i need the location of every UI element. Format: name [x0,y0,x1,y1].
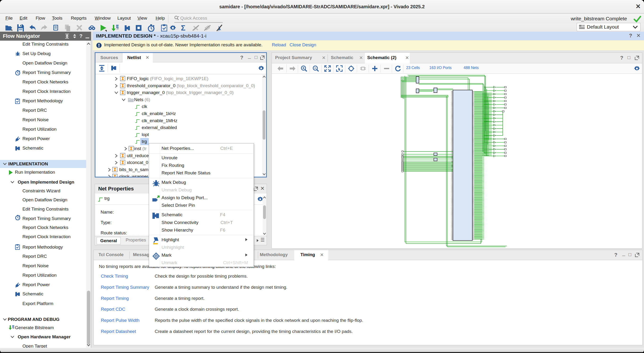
svg-text:10: 10 [116,28,118,30]
svg-text:01: 01 [116,25,118,28]
svg-text:01: 01 [12,325,14,327]
svg-text:10: 10 [12,327,14,329]
svg-text:?: ? [79,34,82,39]
svg-text:Σ: Σ [181,24,186,32]
